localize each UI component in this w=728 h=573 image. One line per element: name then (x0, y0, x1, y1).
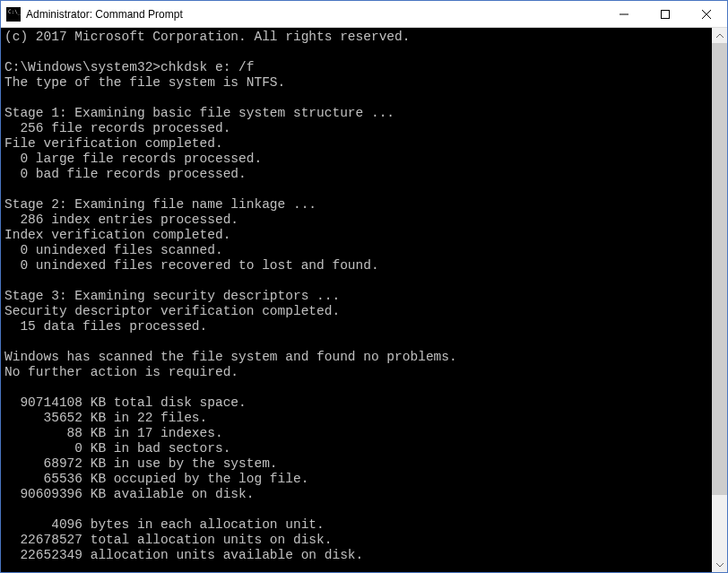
close-button[interactable] (686, 1, 727, 27)
minimize-button[interactable] (603, 1, 645, 27)
terminal-area: (c) 2017 Microsoft Corporation. All righ… (1, 28, 727, 572)
cmd-icon (6, 7, 21, 22)
scroll-thumb[interactable] (712, 43, 727, 495)
scroll-track[interactable] (712, 43, 727, 557)
titlebar[interactable]: Administrator: Command Prompt (1, 1, 727, 28)
scrollbar[interactable] (712, 28, 727, 572)
scroll-down-button[interactable] (712, 557, 727, 572)
terminal-output[interactable]: (c) 2017 Microsoft Corporation. All righ… (1, 28, 712, 572)
window-title: Administrator: Command Prompt (26, 8, 603, 21)
svg-rect-1 (662, 10, 670, 18)
maximize-button[interactable] (645, 1, 686, 27)
window-controls (603, 1, 727, 27)
scroll-up-button[interactable] (712, 28, 727, 43)
